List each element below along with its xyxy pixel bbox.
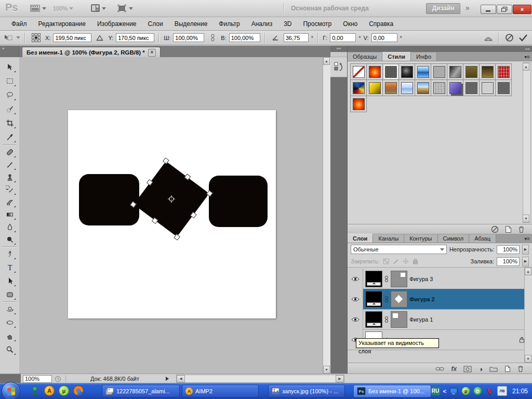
tab-channels[interactable]: Каналы <box>373 234 404 243</box>
menu-filter[interactable]: Фильтр <box>214 18 245 30</box>
height-input[interactable] <box>229 33 260 42</box>
y-input[interactable] <box>116 33 154 42</box>
menu-analysis[interactable]: Анализ <box>246 18 278 30</box>
warp-mode-button[interactable] <box>483 33 494 43</box>
quick-selection-tool[interactable] <box>3 103 16 115</box>
layer-visibility-toggle[interactable] <box>348 309 363 329</box>
scroll-left-icon[interactable]: ◀ <box>177 375 185 382</box>
tab-paths[interactable]: Контуры <box>404 234 437 243</box>
layer-fill-thumbnail[interactable] <box>365 291 382 308</box>
lasso-tool[interactable] <box>3 89 16 101</box>
style-swatch-cell[interactable] <box>399 64 415 80</box>
scroll-down-icon[interactable]: ▼ <box>323 366 330 374</box>
tool-preset-button[interactable] <box>2 33 14 43</box>
blend-mode-select[interactable]: Обычные <box>351 245 447 254</box>
status-proof-icon[interactable] <box>52 376 63 382</box>
zoom-tool[interactable] <box>3 344 16 355</box>
quick-launch-agent-icon[interactable] <box>29 385 41 396</box>
3d-rotate-tool[interactable] <box>3 303 16 315</box>
style-swatch-cell[interactable] <box>415 64 431 80</box>
transform-handle[interactable] <box>190 212 197 219</box>
new-layer-icon[interactable] <box>504 365 511 373</box>
transform-handle[interactable] <box>174 234 180 241</box>
start-button[interactable] <box>2 382 20 399</box>
quick-launch-aimp-icon[interactable]: A <box>44 385 55 396</box>
layer-name[interactable]: Фигура 1 <box>409 316 433 323</box>
scroll-up-icon[interactable]: ▲ <box>523 63 529 71</box>
style-swatch-cell[interactable] <box>496 64 512 80</box>
layer-mask-thumbnail[interactable] <box>391 311 407 328</box>
menu-view[interactable]: Просмотр <box>298 18 337 30</box>
style-swatch-cell[interactable] <box>351 96 367 112</box>
layer-fill-thumbnail[interactable] <box>365 311 382 328</box>
opacity-input[interactable]: 100% <box>497 245 520 254</box>
menu-file[interactable]: Файл <box>6 18 32 30</box>
scroll-right-icon[interactable]: ▶ <box>336 375 344 382</box>
tab-info[interactable]: Инфо <box>411 52 437 61</box>
shape-rounded-rectangle-1[interactable] <box>79 174 139 225</box>
style-swatch-cell[interactable] <box>367 80 383 96</box>
tray-download-master-icon[interactable]: @ <box>473 387 482 395</box>
commit-transform-button[interactable] <box>517 33 529 43</box>
menu-help[interactable]: Справка <box>364 18 398 30</box>
trash-icon[interactable] <box>517 365 524 373</box>
style-swatch-cell[interactable] <box>351 80 367 96</box>
style-swatch-cell[interactable] <box>447 80 463 96</box>
rounded-rectangle-tool[interactable] <box>3 289 16 300</box>
menu-3d[interactable]: 3D <box>278 18 297 30</box>
relative-position-toggle[interactable] <box>94 33 105 43</box>
panel-menu-icon[interactable]: ▾≡ <box>524 54 530 60</box>
cancel-transform-button[interactable] <box>503 33 515 43</box>
crop-tool[interactable] <box>3 117 16 129</box>
taskbar-task-alamy[interactable]: 1222785057_alami... <box>102 385 180 397</box>
restore-button[interactable] <box>497 5 512 14</box>
menu-edit[interactable]: Редактирование <box>33 18 91 30</box>
link-layers-icon[interactable] <box>435 366 444 371</box>
layer-style-icon[interactable]: fx <box>451 365 457 373</box>
menu-select[interactable]: Выделение <box>169 18 213 30</box>
style-swatch-cell[interactable] <box>367 64 383 80</box>
style-swatch-cell[interactable] <box>463 64 480 80</box>
shape-rounded-rectangle-3[interactable] <box>209 176 268 227</box>
style-swatch-cell[interactable] <box>399 80 415 96</box>
quick-launch-utorrent-icon[interactable]: µ <box>58 385 70 396</box>
transform-handle[interactable] <box>152 217 158 224</box>
style-swatch-cell[interactable] <box>351 64 367 80</box>
workspace-design-button[interactable]: Дизайн <box>426 3 460 14</box>
hand-tool[interactable] <box>3 330 16 342</box>
layer-name[interactable]: Фигура 2 <box>409 296 435 302</box>
style-swatch-cell[interactable] <box>415 80 431 96</box>
clone-stamp-tool[interactable] <box>3 171 16 183</box>
tab-styles[interactable]: Стили <box>382 52 411 61</box>
layer-row-figura-1[interactable]: Фигура 1 <box>348 309 532 330</box>
3d-orbit-tool[interactable] <box>3 317 16 328</box>
layer-visibility-toggle[interactable] <box>348 289 363 309</box>
opacity-slider-icon[interactable]: ▶ <box>522 245 529 255</box>
width-input[interactable] <box>173 33 204 42</box>
transform-handle[interactable] <box>147 179 153 186</box>
scroll-down-icon[interactable]: ▼ <box>523 215 529 222</box>
collapse-dock-arrows-icon[interactable]: «« <box>330 46 347 52</box>
clear-style-icon[interactable] <box>491 225 499 233</box>
tray-antivirus-icon[interactable]: V <box>485 387 494 395</box>
dock-header[interactable]: »» <box>348 46 532 52</box>
h-skew-input[interactable] <box>330 33 356 42</box>
scroll-down-icon[interactable]: ▼ <box>525 355 531 363</box>
v-skew-input[interactable] <box>371 33 397 42</box>
gradient-tool[interactable] <box>3 209 16 220</box>
path-selection-tool[interactable] <box>3 275 16 287</box>
eyedropper-tool[interactable] <box>3 131 16 143</box>
tab-character[interactable]: Символ <box>438 234 470 243</box>
new-style-icon[interactable] <box>505 225 512 233</box>
tab-layers[interactable]: Слои <box>348 234 373 243</box>
document-tab[interactable]: Без имени-1 @ 100% (Фигура 2, RGB/8) * × <box>22 47 161 58</box>
blur-tool[interactable] <box>3 221 16 233</box>
history-panel-icon[interactable] <box>330 57 347 77</box>
tray-utorrent-icon[interactable]: µ <box>461 387 470 395</box>
layer-visibility-toggle[interactable] <box>348 269 363 289</box>
style-swatch-cell[interactable] <box>463 80 480 96</box>
transform-handle[interactable] <box>163 157 169 164</box>
angle-input[interactable] <box>284 33 309 42</box>
brush-tool[interactable] <box>3 159 16 170</box>
tools-dock-header[interactable]: » <box>0 46 19 57</box>
